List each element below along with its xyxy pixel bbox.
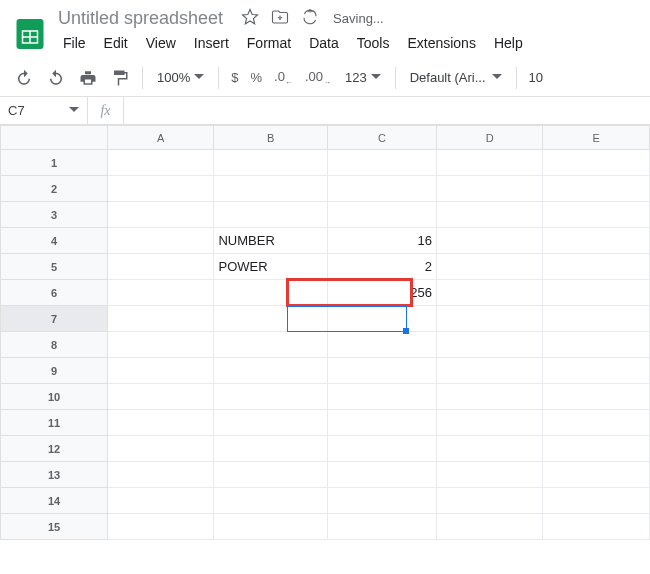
cell-E9[interactable]	[543, 358, 650, 384]
star-icon[interactable]	[241, 8, 259, 29]
cell-B14[interactable]	[214, 488, 327, 514]
spreadsheet-grid[interactable]: ABCDE1234NUMBER165POWER26256789101112131…	[0, 125, 650, 540]
col-header-A[interactable]: A	[108, 126, 214, 150]
cell-D2[interactable]	[436, 176, 542, 202]
cloud-sync-icon[interactable]	[301, 8, 319, 29]
cell-A8[interactable]	[108, 332, 214, 358]
cell-D9[interactable]	[436, 358, 542, 384]
cell-C2[interactable]	[327, 176, 436, 202]
menu-format[interactable]: Format	[240, 33, 298, 53]
cell-D10[interactable]	[436, 384, 542, 410]
menu-help[interactable]: Help	[487, 33, 530, 53]
menu-tools[interactable]: Tools	[350, 33, 397, 53]
cell-E7[interactable]	[543, 306, 650, 332]
cell-A1[interactable]	[108, 150, 214, 176]
cell-B13[interactable]	[214, 462, 327, 488]
cell-B15[interactable]	[214, 514, 327, 540]
cell-B12[interactable]	[214, 436, 327, 462]
cell-D1[interactable]	[436, 150, 542, 176]
cell-A13[interactable]	[108, 462, 214, 488]
cell-E2[interactable]	[543, 176, 650, 202]
cell-A6[interactable]	[108, 280, 214, 306]
cell-C4[interactable]: 16	[327, 228, 436, 254]
cell-B11[interactable]	[214, 410, 327, 436]
increase-decimal-button[interactable]: .00→	[301, 69, 335, 87]
cell-E3[interactable]	[543, 202, 650, 228]
row-header-11[interactable]: 11	[1, 410, 108, 436]
cell-C7[interactable]	[327, 306, 436, 332]
cell-E8[interactable]	[543, 332, 650, 358]
font-size-input[interactable]: 10	[525, 70, 547, 85]
row-header-14[interactable]: 14	[1, 488, 108, 514]
cell-A4[interactable]	[108, 228, 214, 254]
cell-C12[interactable]	[327, 436, 436, 462]
cell-D8[interactable]	[436, 332, 542, 358]
cell-C1[interactable]	[327, 150, 436, 176]
cell-C11[interactable]	[327, 410, 436, 436]
cell-B8[interactable]	[214, 332, 327, 358]
cell-E10[interactable]	[543, 384, 650, 410]
cell-B7[interactable]	[214, 306, 327, 332]
cell-A9[interactable]	[108, 358, 214, 384]
cell-B5[interactable]: POWER	[214, 254, 327, 280]
currency-button[interactable]: $	[227, 70, 242, 85]
cell-D11[interactable]	[436, 410, 542, 436]
cell-C3[interactable]	[327, 202, 436, 228]
cell-B4[interactable]: NUMBER	[214, 228, 327, 254]
cell-C10[interactable]	[327, 384, 436, 410]
row-header-4[interactable]: 4	[1, 228, 108, 254]
cell-A12[interactable]	[108, 436, 214, 462]
row-header-3[interactable]: 3	[1, 202, 108, 228]
row-header-1[interactable]: 1	[1, 150, 108, 176]
cell-E14[interactable]	[543, 488, 650, 514]
col-header-E[interactable]: E	[543, 126, 650, 150]
cell-C6[interactable]: 256	[327, 280, 436, 306]
row-header-5[interactable]: 5	[1, 254, 108, 280]
col-header-B[interactable]: B	[214, 126, 327, 150]
cell-B1[interactable]	[214, 150, 327, 176]
menu-edit[interactable]: Edit	[97, 33, 135, 53]
cell-D12[interactable]	[436, 436, 542, 462]
cell-D7[interactable]	[436, 306, 542, 332]
cell-B6[interactable]	[214, 280, 327, 306]
select-all-corner[interactable]	[1, 126, 108, 150]
cell-A15[interactable]	[108, 514, 214, 540]
cell-D13[interactable]	[436, 462, 542, 488]
col-header-C[interactable]: C	[327, 126, 436, 150]
menu-insert[interactable]: Insert	[187, 33, 236, 53]
cell-C14[interactable]	[327, 488, 436, 514]
row-header-10[interactable]: 10	[1, 384, 108, 410]
decrease-decimal-button[interactable]: .0←	[270, 69, 297, 87]
row-header-8[interactable]: 8	[1, 332, 108, 358]
font-select[interactable]: Default (Ari...	[404, 70, 508, 85]
selection-handle[interactable]	[403, 328, 409, 334]
more-formats-button[interactable]: 123	[339, 64, 387, 92]
cell-E6[interactable]	[543, 280, 650, 306]
move-icon[interactable]	[271, 8, 289, 29]
cell-C8[interactable]	[327, 332, 436, 358]
menu-data[interactable]: Data	[302, 33, 346, 53]
cell-D14[interactable]	[436, 488, 542, 514]
menu-view[interactable]: View	[139, 33, 183, 53]
cell-B3[interactable]	[214, 202, 327, 228]
name-box[interactable]: C7	[0, 97, 88, 124]
zoom-select[interactable]: 100%	[151, 64, 210, 92]
row-header-13[interactable]: 13	[1, 462, 108, 488]
document-title[interactable]: Untitled spreadsheet	[58, 8, 223, 29]
cell-E12[interactable]	[543, 436, 650, 462]
cell-A7[interactable]	[108, 306, 214, 332]
cell-C5[interactable]: 2	[327, 254, 436, 280]
cell-E15[interactable]	[543, 514, 650, 540]
formula-input[interactable]	[124, 97, 650, 124]
row-header-9[interactable]: 9	[1, 358, 108, 384]
cell-D4[interactable]	[436, 228, 542, 254]
percent-button[interactable]: %	[246, 70, 266, 85]
paint-format-button[interactable]	[106, 64, 134, 92]
cell-A2[interactable]	[108, 176, 214, 202]
menu-file[interactable]: File	[56, 33, 93, 53]
cell-B2[interactable]	[214, 176, 327, 202]
col-header-D[interactable]: D	[436, 126, 542, 150]
menu-extensions[interactable]: Extensions	[400, 33, 482, 53]
row-header-7[interactable]: 7	[1, 306, 108, 332]
print-button[interactable]	[74, 64, 102, 92]
